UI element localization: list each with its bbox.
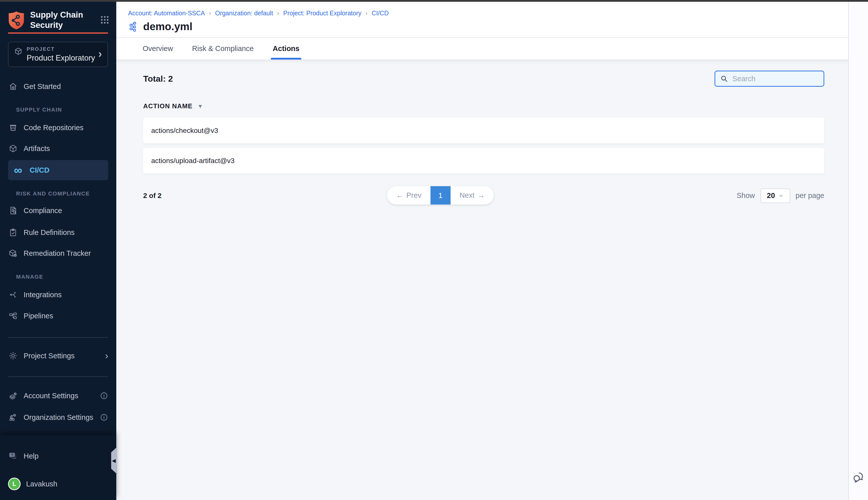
- pagination-range: 2 of 2: [143, 192, 162, 200]
- chevron-right-icon: ›: [98, 50, 102, 58]
- clipboard-check-icon: [8, 227, 18, 237]
- sidebar-item-label: Account Settings: [24, 392, 78, 400]
- next-page-button[interactable]: Next →: [451, 186, 494, 205]
- table-header: ACTION NAME ▾: [143, 102, 824, 110]
- breadcrumb-project[interactable]: Project: Product Exploratory: [283, 10, 361, 17]
- sidebar-item-label: Integrations: [24, 291, 62, 299]
- brand-row: Supply Chain Security: [8, 10, 110, 30]
- actions-table: actions/checkout@v3 actions/upload-artif…: [143, 117, 824, 174]
- svg-text:?: ?: [11, 453, 13, 457]
- page-size-select[interactable]: 20: [761, 189, 790, 203]
- module-grid-icon[interactable]: [100, 15, 110, 25]
- active-tab-underline: [271, 58, 301, 59]
- sidebar-divider: [8, 337, 108, 338]
- sidebar-item-label: Pipelines: [24, 312, 53, 320]
- tab-label: Overview: [143, 45, 173, 53]
- project-selector[interactable]: PROJECT Product Exploratory ›: [8, 42, 108, 67]
- actions-panel: Total: 2 ACTION NAME ▾ actions/checkout@…: [116, 59, 848, 500]
- sidebar-footer: ? Help L Lavakush: [0, 435, 116, 500]
- table-row[interactable]: actions/checkout@v3: [143, 117, 824, 144]
- cube-icon: [8, 144, 18, 154]
- prev-label: Prev: [406, 191, 421, 200]
- next-label: Next: [460, 191, 475, 200]
- sidebar-divider: [8, 376, 108, 377]
- code-repository-icon: [8, 123, 18, 133]
- sidebar-item-label: Artifacts: [24, 145, 50, 153]
- avatar: L: [8, 478, 21, 490]
- table-row[interactable]: actions/upload-artifact@v3: [143, 148, 824, 174]
- sidebar-item-integrations[interactable]: Integrations: [8, 289, 108, 301]
- help-button[interactable]: ? Help: [8, 450, 108, 462]
- sidebar-item-compliance[interactable]: Compliance: [8, 205, 108, 217]
- per-page-label: per page: [796, 192, 824, 200]
- info-icon[interactable]: [100, 413, 108, 422]
- title-row: demo.yml: [128, 21, 848, 33]
- sidebar-item-label: Organization Settings: [24, 413, 93, 422]
- sort-desc-icon[interactable]: ▾: [199, 102, 202, 110]
- page-size-value: 20: [767, 192, 775, 200]
- collapse-left-icon: ◀: [112, 457, 116, 464]
- sidebar-item-organization-settings[interactable]: Organization Settings: [8, 411, 108, 423]
- sidebar-item-project-settings[interactable]: Project Settings ›: [8, 350, 108, 362]
- sidebar-item-label: Remediation Tracker: [24, 249, 91, 258]
- project-cube-icon: [14, 47, 23, 56]
- sidebar-item-pipelines[interactable]: Pipelines: [8, 310, 108, 322]
- sidebar-item-label: Code Repositories: [24, 124, 84, 132]
- prev-page-button[interactable]: ← Prev: [387, 186, 430, 205]
- sidebar-item-label: Rule Definitions: [24, 228, 74, 237]
- arrow-left-icon: ←: [396, 191, 403, 200]
- project-label: PROJECT: [27, 46, 98, 52]
- arrow-right-icon: →: [477, 191, 485, 200]
- document-search-icon: [8, 205, 18, 216]
- total-count: Total: 2: [143, 74, 173, 84]
- info-icon[interactable]: [100, 391, 108, 400]
- integrations-icon: [8, 290, 18, 300]
- tab-bar: Overview Risk & Compliance Actions: [116, 38, 848, 59]
- page-title: demo.yml: [143, 21, 193, 33]
- breadcrumb-cicd[interactable]: CI/CD: [372, 10, 389, 17]
- user-menu[interactable]: L Lavakush: [8, 478, 108, 490]
- tab-actions[interactable]: Actions: [273, 38, 299, 59]
- tab-overview[interactable]: Overview: [143, 38, 173, 59]
- show-label: Show: [737, 192, 755, 200]
- infinity-icon: ∞: [12, 165, 24, 175]
- sidebar-item-label: Compliance: [24, 206, 62, 215]
- chat-support-icon[interactable]: [852, 470, 866, 485]
- breadcrumb-organization[interactable]: Organization: default: [215, 10, 273, 17]
- page-1-button[interactable]: 1: [430, 186, 451, 205]
- page-header: Account: Automation-SSCA › Organization:…: [116, 2, 848, 38]
- sidebar-item-artifacts[interactable]: Artifacts: [8, 143, 108, 155]
- user-name: Lavakush: [26, 480, 57, 488]
- breadcrumb-account[interactable]: Account: Automation-SSCA: [128, 10, 205, 17]
- gear-icon: [8, 351, 18, 361]
- sidebar-item-remediation-tracker[interactable]: Remediation Tracker: [8, 247, 108, 259]
- breadcrumb-separator: ›: [209, 9, 211, 17]
- sidebar-item-account-settings[interactable]: Account Settings: [8, 390, 108, 402]
- sidebar-item-label: Project Settings: [24, 352, 74, 360]
- sidebar-item-cicd[interactable]: ∞ CI/CD: [8, 160, 108, 180]
- sidebar-item-code-repositories[interactable]: Code Repositories: [8, 122, 108, 134]
- section-title-manage: MANAGE: [16, 274, 44, 280]
- help-chat-icon: ?: [8, 451, 18, 461]
- pagination-bar: 2 of 2 ← Prev 1 Next → Show 20: [143, 186, 824, 205]
- window-top-strip: [0, 0, 868, 2]
- chevron-right-icon: ›: [105, 352, 108, 359]
- app-title: Supply Chain Security: [30, 10, 100, 30]
- sidebar-item-get-started[interactable]: Get Started: [8, 80, 108, 92]
- page-size-control: Show 20 per page: [737, 189, 824, 203]
- action-name-cell: actions/upload-artifact@v3: [151, 157, 234, 165]
- project-selector-text: PROJECT Product Exploratory: [27, 46, 98, 62]
- breadcrumb: Account: Automation-SSCA › Organization:…: [128, 9, 848, 17]
- help-label: Help: [24, 452, 39, 460]
- sidebar: Supply Chain Security PROJECT Product Ex…: [0, 0, 116, 500]
- sidebar-item-rule-definitions[interactable]: Rule Definitions: [8, 226, 108, 238]
- tab-risk-and-compliance[interactable]: Risk & Compliance: [192, 38, 254, 59]
- search-input[interactable]: [732, 75, 827, 83]
- app-window: Supply Chain Security PROJECT Product Ex…: [0, 0, 868, 500]
- home-icon: [8, 81, 18, 91]
- pipeline-file-icon: [128, 21, 140, 32]
- brand-underline: [8, 32, 108, 34]
- column-header-action-name: ACTION NAME: [143, 102, 193, 110]
- section-title-supply-chain: SUPPLY CHAIN: [16, 106, 62, 113]
- sidebar-item-label: CI/CD: [30, 166, 49, 174]
